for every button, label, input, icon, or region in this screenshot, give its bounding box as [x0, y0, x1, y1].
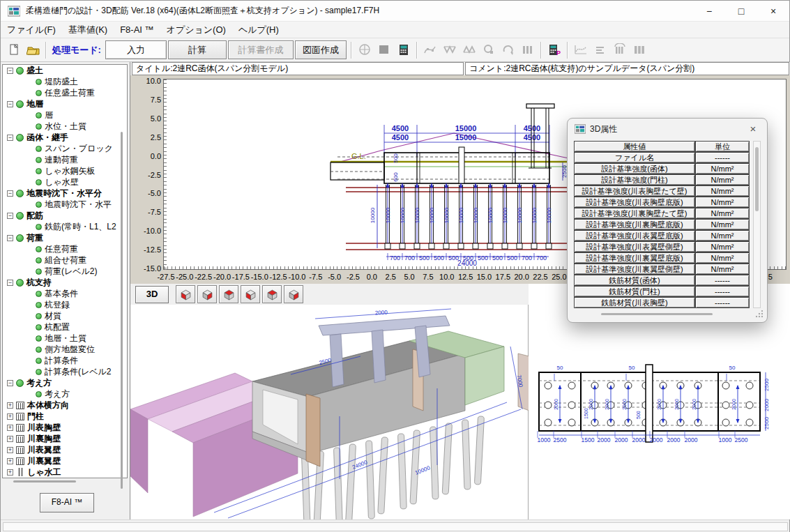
tree-item[interactable]: 側方地盤変位: [3, 344, 127, 355]
tree-item[interactable]: 堤防盛土: [3, 76, 127, 87]
attribute-row[interactable]: 設計基準強度(川表翼壁底版)N/mm²: [574, 230, 750, 241]
tree-item[interactable]: 組合せ荷重: [3, 254, 127, 266]
tree-item[interactable]: −荷重: [3, 232, 127, 243]
expand-icon[interactable]: +: [7, 469, 13, 476]
attribute-row[interactable]: 設計基準強度(川表胸壁たて壁)N/mm²: [574, 185, 750, 197]
tree-item[interactable]: +本体横方向: [3, 400, 127, 411]
new-document-icon[interactable]: [3, 40, 23, 60]
tree-item[interactable]: −考え方: [3, 377, 127, 388]
f8-ai-button[interactable]: F8-AI ™: [40, 493, 94, 512]
collapse-icon[interactable]: −: [7, 213, 13, 219]
menu-item-1[interactable]: 基準値(K): [62, 22, 114, 38]
attribute-row[interactable]: 設計基準強度(門柱)N/mm²: [574, 174, 750, 185]
panel-vertical-scrollbar[interactable]: [753, 141, 761, 308]
view-bottom-cube-icon[interactable]: [284, 285, 303, 303]
tree-item[interactable]: スパン・ブロック: [3, 143, 127, 154]
tree-item[interactable]: +川表翼壁: [3, 444, 127, 455]
tree-item[interactable]: +しゃ水工: [3, 466, 127, 478]
tree-item[interactable]: 任意盛土荷重: [3, 87, 127, 98]
collapse-icon[interactable]: −: [7, 101, 13, 107]
tree-item[interactable]: +門柱: [3, 411, 127, 422]
tree-item[interactable]: しゃ水壁: [3, 176, 127, 188]
tree-item[interactable]: −函体・継手: [3, 132, 127, 143]
model-3d-view[interactable]: 2400010000700025002000: [130, 305, 529, 519]
panel-close-icon[interactable]: ×: [746, 122, 760, 136]
collapse-icon[interactable]: −: [7, 380, 13, 386]
collapse-icon[interactable]: −: [7, 68, 13, 74]
panel-title-bar[interactable]: 3D属性 ×: [568, 119, 767, 139]
tree-item[interactable]: −盛土: [3, 65, 127, 76]
tree-horizontal-scrollbar[interactable]: [13, 480, 76, 482]
tree-item[interactable]: 計算条件(レベル2: [3, 366, 127, 377]
menu-item-0[interactable]: ファイル(F): [1, 22, 62, 38]
tree-item[interactable]: 層: [3, 109, 127, 121]
tree-item[interactable]: +川裏胸壁: [3, 433, 127, 444]
attribute-row[interactable]: 設計基準強度(川表胸壁底版)N/mm²: [574, 197, 750, 208]
open-file-icon[interactable]: [23, 40, 43, 60]
menu-item-3[interactable]: オプション(O): [160, 22, 232, 38]
collapse-icon[interactable]: −: [7, 135, 13, 141]
collapse-icon[interactable]: −: [7, 190, 13, 197]
panel-horizontal-scrollbar[interactable]: [601, 313, 713, 315]
attribute-row[interactable]: 設計基準強度(川裏翼壁底版)N/mm²: [574, 252, 750, 264]
view-top-right-cube-icon[interactable]: [262, 285, 282, 303]
tree-item[interactable]: −杭支持: [3, 277, 127, 288]
attribute-row[interactable]: 鉄筋材質(函体)------: [574, 275, 750, 286]
tree-vertical-scrollbar[interactable]: [121, 132, 123, 489]
tree-item[interactable]: 材質: [3, 310, 127, 321]
tree-item[interactable]: 杭登録: [3, 299, 127, 310]
tree-item[interactable]: 水位・土質: [3, 121, 127, 132]
calculator-p-icon[interactable]: P: [545, 40, 564, 60]
tree-item[interactable]: 計算条件: [3, 355, 127, 366]
tree-item[interactable]: +川裏翼壁: [3, 455, 127, 466]
menu-item-2[interactable]: F8-AI ™: [114, 22, 160, 38]
attribute-row[interactable]: ファイル名------: [574, 152, 750, 163]
attribute-row[interactable]: 設計基準強度(川表翼壁側壁)N/mm²: [574, 241, 750, 252]
close-button[interactable]: ×: [757, 1, 789, 21]
view-top-cube-icon[interactable]: [219, 285, 238, 303]
attributes-3d-panel[interactable]: 3D属性 × 属性値単位ファイル名------設計基準強度(函体)N/mm²設計…: [567, 118, 768, 323]
attribute-row[interactable]: 設計基準強度(函体)N/mm²: [574, 163, 750, 174]
attribute-row[interactable]: 鉄筋材質(川表胸壁)------: [574, 297, 750, 308]
minimize-button[interactable]: −: [693, 1, 725, 21]
expand-icon[interactable]: +: [7, 447, 13, 453]
mode-button-calc[interactable]: 計算: [168, 40, 227, 59]
view-right-cube-icon[interactable]: [197, 285, 217, 303]
collapse-icon[interactable]: −: [7, 235, 13, 241]
tree-item[interactable]: −地震時沈下・水平分: [3, 188, 127, 199]
view-left-cube-icon[interactable]: [241, 285, 260, 303]
maximize-button[interactable]: □: [725, 1, 757, 21]
attribute-row[interactable]: 鉄筋材質(門柱)------: [574, 286, 750, 297]
tree-item[interactable]: 地震時沈下・水平: [3, 199, 127, 210]
collapse-icon[interactable]: −: [7, 280, 13, 286]
tree-item[interactable]: 考え方: [3, 388, 127, 400]
tree-item[interactable]: しゃ水鋼矢板: [3, 165, 127, 176]
view-3d-button[interactable]: 3D: [135, 286, 169, 303]
menu-item-4[interactable]: ヘルプ(H): [232, 22, 285, 38]
expand-icon[interactable]: +: [7, 425, 13, 431]
tree-item[interactable]: −配筋: [3, 210, 127, 221]
panel-resize-grip[interactable]: [754, 310, 763, 319]
tree-item[interactable]: 鉄筋(常時・L1、L2: [3, 221, 127, 232]
attribute-name: 設計基準強度(川表胸壁底版): [574, 197, 695, 208]
tree-item[interactable]: 連動荷重: [3, 154, 127, 165]
tree-item[interactable]: 任意荷重: [3, 243, 127, 254]
calculator-icon[interactable]: [394, 40, 413, 60]
tree-item[interactable]: 荷重(レベル2): [3, 266, 127, 277]
view-front-cube-icon[interactable]: [176, 285, 195, 303]
mode-button-input[interactable]: 入力: [105, 40, 167, 59]
expand-icon[interactable]: +: [7, 402, 13, 409]
expand-icon[interactable]: +: [7, 458, 13, 464]
attribute-row[interactable]: 設計基準強度(川裏翼壁側壁)N/mm²: [574, 264, 750, 275]
expand-icon[interactable]: +: [7, 436, 13, 442]
tree-item[interactable]: −地層: [3, 98, 127, 109]
tree-item[interactable]: 基本条件: [3, 288, 127, 299]
expand-icon[interactable]: +: [7, 413, 13, 420]
tree-item[interactable]: 地層・土質: [3, 333, 127, 344]
tree-item[interactable]: 杭配置: [3, 321, 127, 333]
attribute-row[interactable]: 設計基準強度(川裏胸壁たて壁)N/mm²: [574, 208, 750, 219]
mode-button-report[interactable]: 計算書作成: [228, 40, 294, 59]
tree-item[interactable]: +川表胸壁: [3, 422, 127, 433]
attribute-row[interactable]: 設計基準強度(川裏胸壁底版)N/mm²: [574, 219, 750, 230]
mode-button-drawing[interactable]: 図面作成: [295, 40, 347, 59]
